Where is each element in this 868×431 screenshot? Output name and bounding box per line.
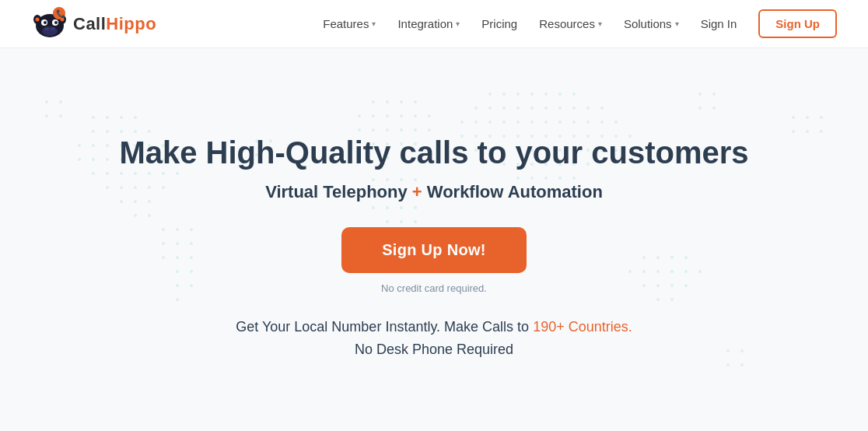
hero-section: Make High-Quality calls to your customer… [0, 48, 868, 431]
hero-bottom-text: Get Your Local Number Instantly. Make Ca… [236, 316, 632, 361]
main-nav: Features ▾ Integration ▾ Pricing Resourc… [323, 9, 837, 38]
hero-subtitle: Virtual Telephony + Workflow Automation [265, 182, 603, 202]
hero-countries-highlight: 190+ Countries. [533, 319, 632, 335]
resources-chevron-icon: ▾ [598, 19, 602, 28]
nav-signin[interactable]: Sign In [701, 17, 737, 30]
no-credit-card-text: No credit card required. [381, 282, 487, 294]
logo-text: CallHippo [73, 14, 156, 34]
svg-point-202 [42, 26, 58, 36]
solutions-chevron-icon: ▾ [675, 19, 679, 28]
hero-subtitle-plus: + [412, 182, 427, 201]
features-chevron-icon: ▾ [372, 19, 376, 28]
signup-now-button[interactable]: Sign Up Now! [341, 227, 527, 273]
nav-pricing[interactable]: Pricing [481, 17, 517, 30]
nav-solutions[interactable]: Solutions ▾ [624, 17, 679, 30]
nav-resources[interactable]: Resources ▾ [539, 17, 602, 30]
hero-title: Make High-Quality calls to your customer… [119, 134, 748, 171]
hero-bottom-text-1: Get Your Local Number Instantly. Make Ca… [236, 319, 533, 335]
svg-point-206 [54, 21, 58, 24]
svg-point-205 [44, 21, 47, 24]
svg-point-211 [44, 27, 49, 30]
hero-bottom-text-2: No Desk Phone Required [355, 342, 513, 357]
logo-icon: 📞 [31, 5, 68, 43]
logo[interactable]: 📞 CallHippo [31, 5, 156, 43]
svg-text:📞: 📞 [56, 9, 66, 19]
svg-point-212 [51, 27, 55, 30]
header: 📞 CallHippo Features ▾ Integration ▾ Pri… [0, 0, 868, 48]
hero-subtitle-part1: Virtual Telephony [265, 182, 412, 201]
nav-features[interactable]: Features ▾ [323, 17, 376, 30]
nav-signup-button[interactable]: Sign Up [758, 9, 837, 38]
integration-chevron-icon: ▾ [456, 19, 460, 28]
hero-subtitle-part2: Workflow Automation [427, 182, 603, 201]
svg-point-209 [36, 17, 40, 21]
nav-integration[interactable]: Integration ▾ [397, 17, 460, 30]
